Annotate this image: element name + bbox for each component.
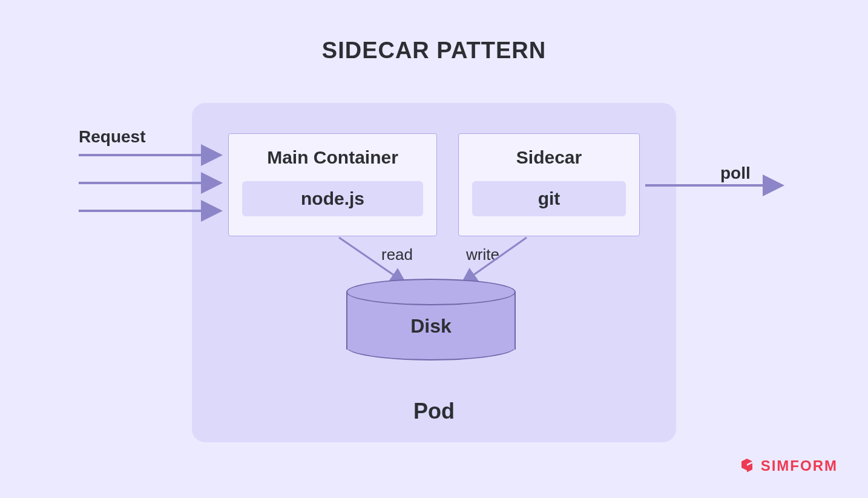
main-container-runtime-pill: node.js	[242, 181, 423, 216]
disk-shape: Disk	[346, 279, 516, 360]
pod-boundary: Main Container node.js Sidecar git Disk …	[192, 103, 676, 442]
request-label: Request	[79, 127, 145, 147]
diagram-title: SIDECAR PATTERN	[0, 38, 868, 64]
brand-name: SIMFORM	[761, 457, 838, 474]
sidecar-title: Sidecar	[459, 147, 639, 168]
simform-logo-icon	[738, 457, 756, 475]
brand-logo: SIMFORM	[738, 457, 838, 475]
main-container-box: Main Container node.js	[228, 133, 437, 236]
sidecar-container-box: Sidecar git	[458, 133, 640, 236]
write-label: write	[466, 245, 499, 264]
sidecar-runtime-pill: git	[472, 181, 626, 216]
read-label: read	[381, 245, 413, 264]
main-container-title: Main Container	[229, 147, 436, 168]
pod-label: Pod	[192, 399, 676, 424]
poll-label: poll	[720, 164, 751, 183]
disk-label: Disk	[346, 315, 516, 337]
